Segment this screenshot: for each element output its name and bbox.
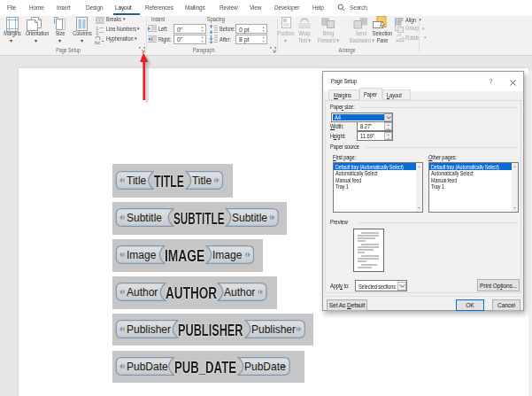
svg-text:PubDate: PubDate (127, 360, 168, 372)
svg-text:Image: Image (127, 248, 157, 260)
svg-text:Image: Image (212, 248, 243, 260)
svg-text:Title: Title (192, 174, 212, 186)
svg-text:PubDate: PubDate (244, 360, 286, 372)
svg-text:Subtitle: Subtitle (232, 211, 267, 223)
svg-text:Publisher: Publisher (127, 322, 171, 335)
svg-text:Subtitle: Subtitle (127, 211, 162, 223)
svg-text:Author: Author (127, 285, 158, 298)
svg-text:Title: Title (127, 174, 147, 186)
svg-text:bc: bc (95, 39, 100, 44)
svg-text:Author: Author (224, 285, 255, 298)
svg-text:Publisher: Publisher (251, 322, 296, 335)
svg-text:2: 2 (96, 30, 98, 35)
